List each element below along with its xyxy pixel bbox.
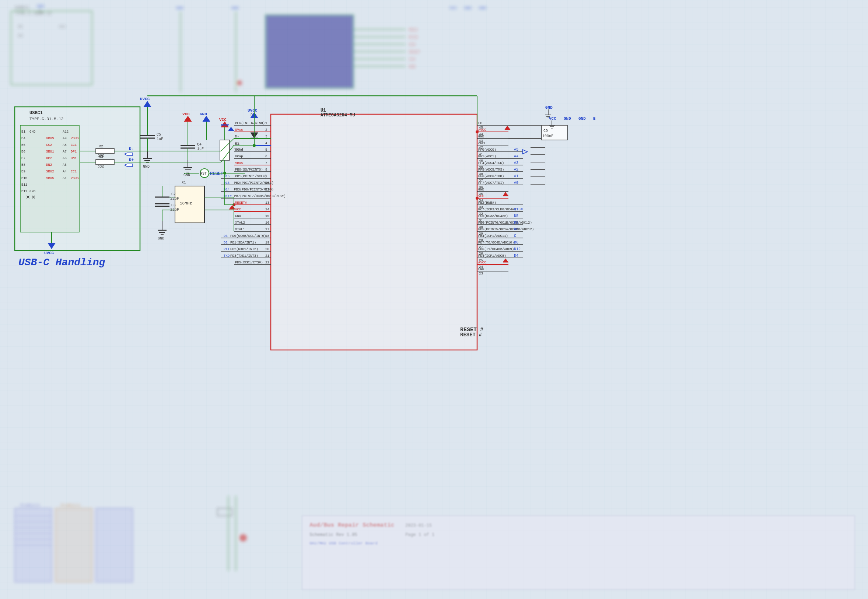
svg-text:A1: A1 — [63, 176, 67, 180]
svg-text:22: 22 — [265, 261, 269, 265]
svg-text:2: 2 — [265, 128, 267, 132]
svg-text:23: 23 — [479, 272, 483, 275]
svg-text:A3: A3 — [514, 161, 518, 165]
svg-text:RESET: RESET — [409, 50, 420, 54]
svg-rect-396 — [96, 509, 132, 582]
svg-text:TYPE-C-31-M-12: TYPE-C-31-M-12 — [30, 117, 63, 121]
svg-text:A1: A1 — [514, 174, 518, 178]
svg-text:GND: GND — [545, 105, 553, 110]
svg-text:A0: A0 — [514, 181, 518, 185]
svg-text:ATMEGA32U4-MU: ATMEGA32U4-MU — [320, 113, 355, 118]
svg-text:AVCC: AVCC — [478, 128, 486, 132]
svg-text:A4: A4 — [63, 170, 67, 173]
svg-text:D2: D2 — [224, 241, 228, 245]
svg-text:CC1: CC1 — [71, 143, 77, 147]
svg-text:RESET#: RESET# — [235, 201, 247, 205]
svg-text:PF7(ADC7/TDI): PF7(ADC7/TDI) — [478, 181, 504, 185]
svg-point-407 — [239, 534, 247, 542]
svg-text:GND: GND — [235, 214, 241, 218]
svg-text:B: B — [593, 116, 596, 121]
svg-rect-395 — [55, 509, 92, 582]
svg-text:VCC: VCC — [478, 194, 484, 198]
svg-text:VBUS: VBUS — [46, 176, 54, 180]
svg-text:D3: D3 — [224, 234, 228, 238]
svg-text:ProMicro: ProMicro — [20, 503, 40, 508]
svg-text:100nF: 100nF — [542, 134, 554, 138]
svg-point-67 — [237, 80, 242, 86]
svg-text:Aud/Bus Repair Schematic: Aud/Bus Repair Schematic — [310, 522, 394, 529]
svg-text:SCK: SCK — [409, 43, 415, 47]
svg-text:D13#: D13# — [514, 208, 523, 211]
svg-text:16: 16 — [265, 221, 269, 225]
svg-text:TYPE-C-31-M-12: TYPE-C-31-M-12 — [15, 11, 52, 16]
svg-text:1: 1 — [265, 122, 267, 125]
svg-text:1uF: 1uF — [197, 147, 204, 151]
svg-text:XTAL1: XTAL1 — [235, 228, 245, 231]
svg-text:A9: A9 — [63, 137, 67, 140]
svg-text:8: 8 — [265, 168, 267, 172]
svg-text:PB5(PCINT5/OC1A/OC4B#/ADC12): PB5(PCINT5/OC1A/OC4B#/ADC12) — [478, 228, 534, 231]
svg-text:B8: B8 — [21, 163, 26, 167]
svg-text:A12: A12 — [59, 25, 66, 29]
svg-text:PB2(PDI/PCINT2/MOSI): PB2(PDI/PCINT2/MOSI) — [234, 181, 274, 185]
svg-text:GND: GND — [232, 6, 239, 10]
schematic-main: USBC1 TYPE-C-31-M-12 A12 B1 B4 GND GND G… — [0, 0, 868, 599]
svg-text:RXI: RXI — [224, 248, 230, 251]
svg-text:UVCC: UVCC — [248, 108, 257, 113]
svg-text:PB0(SS/PCINT0): PB0(SS/PCINT0) — [235, 168, 263, 172]
svg-text:GND: GND — [30, 130, 35, 134]
svg-text:15: 15 — [265, 214, 269, 218]
svg-text:R3: R3 — [99, 155, 103, 159]
svg-text:D9: D9 — [514, 221, 518, 225]
svg-text:USBC1: USBC1 — [30, 110, 43, 116]
svg-text:6: 6 — [265, 155, 267, 158]
svg-text:SBU2: SBU2 — [46, 170, 54, 173]
svg-text:RESET #: RESET # — [460, 332, 482, 338]
svg-text:UGnd: UGnd — [235, 148, 243, 152]
svg-text:B4: B4 — [18, 34, 23, 38]
svg-text:AVCC: AVCC — [478, 261, 486, 265]
svg-text:GND: GND — [464, 6, 472, 10]
svg-text:GHz/MHz USB Controller Board: GHz/MHz USB Controller Board — [310, 541, 378, 546]
svg-text:GND: GND — [478, 188, 484, 191]
svg-text:CC2: CC2 — [46, 143, 52, 147]
svg-text:D8: D8 — [514, 227, 518, 231]
svg-text:GND: GND — [37, 4, 44, 9]
svg-text:RST: RST — [200, 172, 207, 176]
svg-text:VCC: VCC — [235, 208, 241, 211]
svg-text:PB1(PCINT1/SCLK): PB1(PCINT1/SCLK) — [235, 175, 267, 178]
svg-text:VBUS: VBUS — [71, 137, 79, 140]
svg-text:PE2(HWB#): PE2(HWB#) — [478, 201, 496, 205]
svg-text:CC1: CC1 — [71, 170, 77, 173]
svg-text:D12: D12 — [514, 247, 520, 251]
svg-text:C9: C9 — [543, 129, 548, 133]
svg-text:PD4(ICP1/ADC8): PD4(ICP1/ADC8) — [478, 254, 506, 258]
svg-text:D+: D+ — [235, 141, 239, 145]
svg-text:A4: A4 — [514, 154, 518, 158]
svg-text:17: 17 — [265, 228, 269, 231]
svg-text:B4: B4 — [21, 137, 26, 140]
svg-text:PB6(PCINT6/OC1B/OC4B/ADC12): PB6(PCINT6/OC1B/OC4B/ADC12) — [478, 221, 532, 225]
svg-text:✕: ✕ — [31, 194, 36, 200]
svg-text:UVCC: UVCC — [140, 97, 150, 101]
svg-text:VCC: VCC — [182, 112, 190, 116]
svg-text:22pF: 22pF — [170, 197, 179, 201]
svg-text:D+: D+ — [129, 158, 134, 162]
svg-point-428 — [475, 130, 478, 133]
svg-text:GND: GND — [578, 116, 586, 121]
svg-text:DP2: DP2 — [46, 157, 52, 160]
svg-text:B6: B6 — [21, 150, 26, 154]
svg-text:PD6(T1/OC4D#/ADC9): PD6(T1/OC4D#/ADC9) — [478, 248, 514, 251]
svg-point-429 — [475, 197, 478, 200]
svg-text:TXO: TXO — [224, 254, 230, 258]
svg-text:DN1: DN1 — [71, 157, 77, 160]
svg-text:PF4(ADC4/TCK): PF4(ADC4/TCK) — [478, 161, 504, 165]
svg-text:MISO: MISO — [409, 35, 418, 39]
svg-text:13: 13 — [265, 201, 269, 205]
svg-text:PC6(OC3A/OC4A#): PC6(OC3A/OC4A#) — [478, 214, 508, 218]
svg-text:14: 14 — [265, 208, 269, 211]
svg-text:Page 1 of 1: Page 1 of 1 — [405, 532, 434, 537]
svg-text:C5: C5 — [156, 132, 161, 137]
svg-text:AREF: AREF — [478, 141, 486, 145]
svg-text:UVCC: UVCC — [44, 251, 54, 255]
